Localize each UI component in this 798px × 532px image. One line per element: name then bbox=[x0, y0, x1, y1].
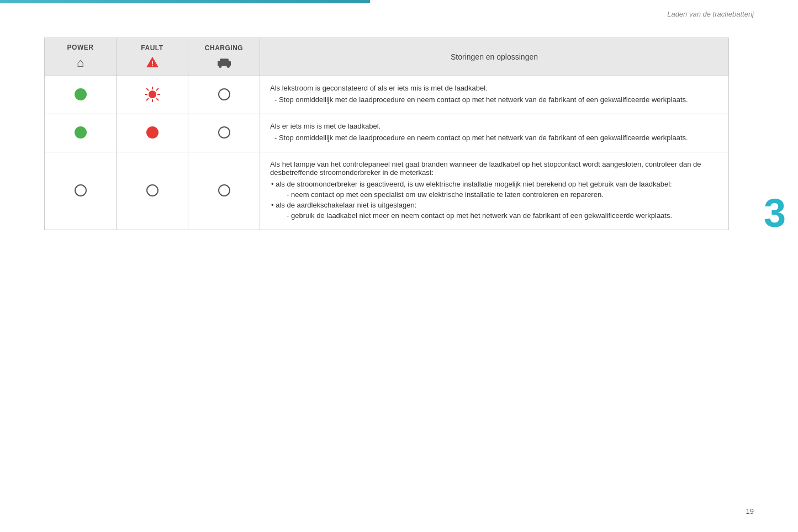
row2-description: Als er iets mis is met de laadkabel. Sto… bbox=[260, 114, 729, 152]
svg-rect-3 bbox=[220, 58, 229, 62]
svg-point-4 bbox=[219, 65, 221, 67]
car-icon bbox=[215, 56, 233, 68]
row3-description: Als het lampje van het controlepaneel ni… bbox=[260, 152, 729, 230]
table-row: Als lekstroom is geconstateerd of als er… bbox=[45, 76, 729, 114]
empty-circle-icon bbox=[218, 184, 230, 196]
green-circle-icon bbox=[75, 88, 87, 100]
fault-blink-icon bbox=[144, 86, 161, 103]
table-header-row: POWER ⌂ FAULT ! CHARGING bbox=[45, 38, 729, 76]
row1-power-cell bbox=[45, 76, 117, 114]
header-charging: CHARGING bbox=[188, 38, 260, 76]
row2-power-cell bbox=[45, 114, 117, 152]
page-header-title: Laden van de tractiebatterij bbox=[667, 10, 754, 18]
header-description: Storingen en oplossingen bbox=[260, 38, 729, 76]
svg-text:!: ! bbox=[151, 60, 154, 67]
red-circle-icon bbox=[146, 126, 158, 139]
chapter-number: 3 bbox=[764, 193, 786, 233]
empty-circle-icon bbox=[218, 126, 230, 139]
status-table: POWER ⌂ FAULT ! CHARGING bbox=[44, 38, 729, 230]
svg-line-12 bbox=[156, 88, 158, 91]
row1-description: Als lekstroom is geconstateerd of als er… bbox=[260, 76, 729, 114]
row2-fault-cell bbox=[117, 114, 188, 152]
row3-fault-cell bbox=[117, 152, 188, 230]
green-circle-icon bbox=[75, 126, 87, 139]
header-power: POWER ⌂ bbox=[45, 38, 117, 76]
svg-line-10 bbox=[146, 88, 149, 91]
row3-charging-cell bbox=[188, 152, 260, 230]
row2-charging-cell bbox=[188, 114, 260, 152]
warning-triangle-icon: ! bbox=[146, 56, 159, 68]
header-fault: FAULT ! bbox=[117, 38, 188, 76]
svg-line-11 bbox=[156, 98, 158, 100]
table-row: Als er iets mis is met de laadkabel. Sto… bbox=[45, 114, 729, 152]
empty-circle-icon bbox=[218, 88, 230, 100]
svg-point-5 bbox=[226, 65, 229, 67]
top-bar bbox=[0, 0, 370, 3]
empty-circle-icon bbox=[75, 184, 87, 196]
house-icon: ⌂ bbox=[77, 56, 84, 70]
svg-point-14 bbox=[149, 91, 156, 98]
svg-line-13 bbox=[146, 98, 149, 100]
table-row: Als het lampje van het controlepaneel ni… bbox=[45, 152, 729, 230]
page-number: 19 bbox=[746, 507, 754, 515]
row3-power-cell bbox=[45, 152, 117, 230]
row1-fault-cell bbox=[117, 76, 188, 114]
row1-charging-cell bbox=[188, 76, 260, 114]
main-table-container: POWER ⌂ FAULT ! CHARGING bbox=[44, 38, 729, 230]
empty-circle-icon bbox=[146, 184, 158, 196]
